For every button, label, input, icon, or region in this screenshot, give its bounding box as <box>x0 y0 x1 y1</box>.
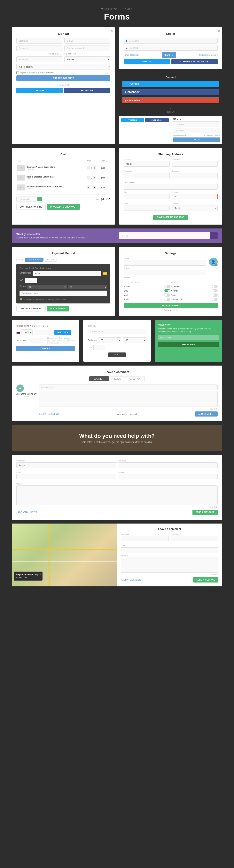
contact-subject-input[interactable] <box>118 474 218 479</box>
map-send-btn[interactable]: SEND A MESSAGE <box>193 577 219 583</box>
connect-password-input[interactable] <box>173 128 221 133</box>
send-message-btn[interactable]: SEND A MESSAGE <box>193 510 218 515</box>
notif-toggle-1[interactable] <box>164 289 170 292</box>
qty-minus-1[interactable]: − <box>87 176 90 179</box>
connect-google-btn[interactable]: g+ GOOGLE+ <box>122 97 219 103</box>
map-attach-link[interactable]: + ADD ATTACHMENTS <box>121 579 141 581</box>
dob-input[interactable] <box>16 56 62 62</box>
billing-cvv-input[interactable] <box>93 345 105 350</box>
contact-email-input[interactable] <box>16 474 116 479</box>
cvv-input[interactable] <box>25 278 37 283</box>
tab-comment[interactable]: COMMENT <box>89 376 109 381</box>
connect-login-btn[interactable]: LOG IN <box>173 137 221 142</box>
company-input[interactable] <box>172 173 218 178</box>
settings-name-input[interactable] <box>124 260 206 266</box>
login-facebook-btn[interactable]: f CONNECT VIA FACEBOOK <box>171 59 218 64</box>
notif-toggle-0[interactable] <box>164 285 170 288</box>
credit-card-tab[interactable]: CREDIT CARD <box>25 257 43 262</box>
password-input[interactable] <box>16 45 62 51</box>
agree-checkbox[interactable] <box>16 71 19 74</box>
continue-shopping-btn[interactable]: CONTINUE SHOPPING <box>16 204 46 210</box>
save-shipping-btn[interactable]: SAVE SHIPPING ADDRESS <box>153 215 188 220</box>
avatar-edit-badge[interactable]: ✎ <box>215 264 218 266</box>
street-input[interactable] <box>124 184 218 190</box>
type-toggle-2[interactable] <box>212 293 218 297</box>
expire-month-select[interactable]: 03 <box>27 285 66 289</box>
connect-facebook-btn[interactable]: f FACEBOOK <box>122 89 219 95</box>
login-twitter-btn[interactable]: TWITTER <box>124 59 170 64</box>
send-code-btn[interactable]: SEND CODE <box>55 330 71 335</box>
subscribe-btn[interactable]: SUBSCRIBE <box>158 342 219 347</box>
telephone-input[interactable] <box>124 173 170 178</box>
delete-account-btn[interactable]: Delete account? <box>164 309 178 311</box>
contact-attach-link[interactable]: + ADD ATTACHMENTS <box>16 511 37 514</box>
map-message-input[interactable] <box>121 557 219 572</box>
signin-twitter-btn[interactable]: TWITTER <box>121 118 144 122</box>
newsletter-email-input[interactable] <box>119 232 210 239</box>
twitter-signin-btn[interactable]: TWITTER <box>16 88 63 93</box>
add-attachments-link[interactable]: + ADD ATTACHMENTS <box>39 413 60 415</box>
signin-facebook-btn[interactable]: FACEBOOK <box>145 118 168 122</box>
settings-email-input[interactable] <box>124 270 206 275</box>
country-input[interactable]: Russia <box>172 205 218 211</box>
zip-input[interactable] <box>172 194 218 199</box>
refresh-icon[interactable]: ↻ <box>72 331 75 334</box>
confirm-password-input[interactable] <box>64 45 110 51</box>
forgot-password-link[interactable]: Forgot password? <box>124 54 139 56</box>
phone-code-select[interactable]: RU +7 <box>22 330 33 335</box>
notif-toggle-2[interactable] <box>164 293 170 297</box>
type-toggle-3[interactable] <box>212 298 218 301</box>
gender-select[interactable]: Female Male Female <box>64 56 110 62</box>
qty-plus-2[interactable]: + <box>93 186 96 189</box>
expire-year-select[interactable]: 18 <box>68 285 107 289</box>
login-btn[interactable]: LOG IN <box>162 52 176 58</box>
contact-first-name-input[interactable] <box>16 462 116 468</box>
billing-card-input[interactable] <box>88 329 146 334</box>
add-comment-btn[interactable]: ADD COMMENT <box>195 411 218 416</box>
billing-done-btn[interactable]: DONE <box>108 352 126 357</box>
payment-continue-btn[interactable]: CONTINUE SHOPPING <box>16 306 46 311</box>
comment-body-input[interactable] <box>39 391 218 407</box>
connect-forgot-link[interactable]: Forgot password? <box>173 134 187 136</box>
exp-month-select[interactable]: 05 <box>98 337 121 343</box>
map-email-input[interactable] <box>121 547 219 553</box>
qty-minus-0[interactable]: − <box>87 166 90 169</box>
login-password-input[interactable] <box>124 45 218 51</box>
card-number-input[interactable] <box>33 271 101 276</box>
sms-input[interactable] <box>30 338 45 343</box>
create-account-btn[interactable]: CREATE ACCOUNT <box>16 75 110 81</box>
newsletter-submit-btn[interactable]: › <box>210 232 218 239</box>
facebook-signin-btn[interactable]: FACEBOOK <box>64 88 110 93</box>
signup-link[interactable]: Sign Up <box>211 54 218 56</box>
tab-review[interactable]: REVIEW <box>109 376 125 381</box>
type-toggle-1[interactable] <box>212 289 218 292</box>
qty-plus-1[interactable]: + <box>93 176 96 179</box>
settings-close-btn[interactable]: × <box>218 249 220 252</box>
comment-title-input[interactable] <box>39 384 218 390</box>
username-input[interactable] <box>16 38 62 43</box>
connect-username-input[interactable] <box>173 121 221 127</box>
contact-last-name-input[interactable] <box>118 462 218 468</box>
first-name-input[interactable] <box>124 161 170 166</box>
login-username-input[interactable] <box>124 38 218 43</box>
fb-share-toggle[interactable]: Also post on Facebook <box>118 413 137 415</box>
qty-minus-2[interactable]: − <box>87 186 90 189</box>
state-input[interactable] <box>124 205 170 211</box>
promo-input[interactable] <box>16 196 36 202</box>
last-name-input[interactable] <box>172 161 218 166</box>
country-select[interactable]: Select country <box>16 64 110 70</box>
paypal-tab[interactable]: PAYPAL <box>45 257 57 262</box>
confirm-phone-btn[interactable]: CONFIRM <box>16 346 75 351</box>
newsletter-mini-email-input[interactable] <box>158 335 219 340</box>
map-first-name-input[interactable] <box>121 536 169 541</box>
map-last-name-input[interactable] <box>171 536 219 541</box>
connect-twitter-btn[interactable]: 🐦 TWITTER <box>122 81 219 87</box>
signup-close-btn[interactable]: × <box>111 29 113 33</box>
checkout-btn[interactable]: PROCEED TO CHECKOUT <box>47 204 80 210</box>
rename-link[interactable]: Rename <box>124 277 218 279</box>
save-settings-btn[interactable]: SAVES CHANGES <box>124 303 218 308</box>
tab-question[interactable]: QUESTION <box>125 376 144 381</box>
promo-apply-btn[interactable]: ✓ <box>37 197 42 201</box>
place-order-btn[interactable]: PLACE ORDER <box>47 306 69 311</box>
qty-plus-0[interactable]: + <box>93 166 96 169</box>
